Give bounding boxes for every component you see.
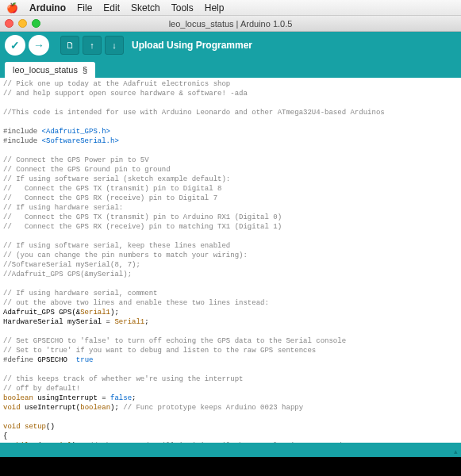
tab-label: leo_locus_status [13,65,78,75]
file-icon: 🗋 [66,40,75,50]
resize-grip-icon[interactable]: ▴ [454,447,458,455]
console-area[interactable] [0,457,461,476]
menu-help[interactable]: Help [205,2,225,13]
toolbar: ✓ → 🗋 ↑ ↓ Upload Using Programmer [0,32,461,59]
arrow-up-icon: ↑ [90,40,94,50]
minimize-button[interactable] [18,19,27,28]
code-editor[interactable]: // Pick one up today at the Adafruit ele… [0,78,461,443]
menu-edit[interactable]: Edit [103,2,120,13]
window-titlebar: leo_locus_status | Arduino 1.0.5 [0,16,461,32]
tab-sketch[interactable]: leo_locus_status § [5,62,95,78]
tab-bar: leo_locus_status § [0,59,461,78]
maximize-button[interactable] [32,19,40,28]
traffic-lights [5,19,40,28]
menu-file[interactable]: File [77,2,92,13]
new-button[interactable]: 🗋 [60,36,79,55]
save-button[interactable]: ↓ [105,36,124,55]
apple-icon[interactable]: 🍎 [6,2,18,13]
menu-sketch[interactable]: Sketch [131,2,160,13]
menubar-app-name[interactable]: Arduino [29,2,66,13]
verify-button[interactable]: ✓ [5,35,25,56]
open-button[interactable]: ↑ [83,36,102,55]
macos-menubar: 🍎 Arduino File Edit Sketch Tools Help [0,0,461,16]
upload-button[interactable]: → [29,35,49,56]
close-button[interactable] [5,19,13,28]
window-title: leo_locus_status | Arduino 1.0.5 [169,19,293,29]
status-bar: ▴ [0,443,461,457]
menu-tools[interactable]: Tools [171,2,194,13]
arrow-down-icon: ↓ [112,40,117,50]
toolbar-status-label: Upload Using Programmer [132,40,252,51]
tab-modified-indicator: § [83,65,87,75]
